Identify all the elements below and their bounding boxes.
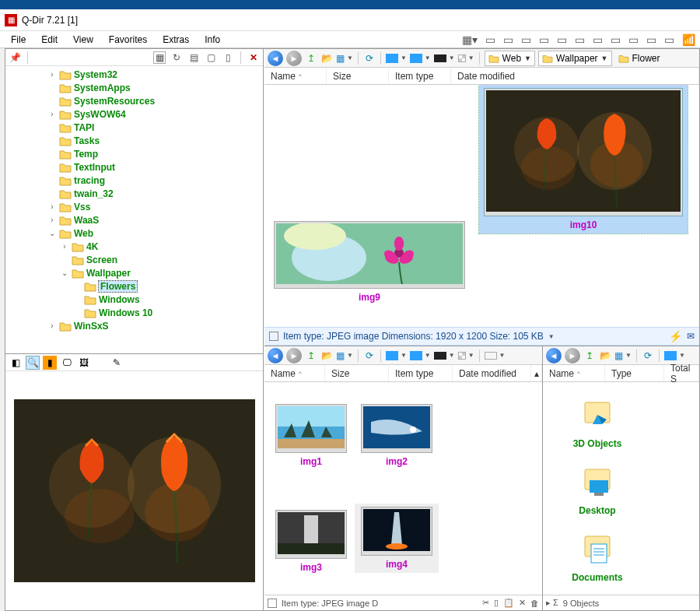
tree-item-temp[interactable]: Temp: [5, 147, 263, 160]
status-checkbox[interactable]: [269, 332, 278, 341]
tree-item-syswow64[interactable]: ›SysWOW64: [5, 107, 263, 121]
layout-icon[interactable]: ▭: [646, 33, 656, 46]
layout-icon[interactable]: ▭: [593, 33, 603, 46]
picture-icon[interactable]: 🖼: [77, 356, 91, 370]
eyedropper-icon[interactable]: ✎: [110, 356, 124, 370]
display-dropdown[interactable]: ▼: [664, 351, 685, 360]
pane-top-thumbs[interactable]: img9: [264, 85, 699, 327]
expand-icon[interactable]: ›: [47, 110, 57, 118]
forward-button[interactable]: ►: [286, 348, 302, 363]
doc-icon[interactable]: ▯: [494, 598, 499, 608]
col-type[interactable]: Type: [605, 365, 664, 381]
menu-extras[interactable]: Extras: [163, 34, 189, 45]
layout-icon[interactable]: ▭: [628, 33, 639, 46]
status-checkbox[interactable]: [268, 599, 277, 608]
folder-3d-objects[interactable]: 3D Objects: [551, 390, 644, 457]
view-mode-dropdown[interactable]: ▦▼: [336, 53, 353, 64]
menu-view[interactable]: View: [73, 34, 93, 45]
display-dropdown[interactable]: ▼: [386, 54, 407, 63]
window-icon[interactable]: ▢: [205, 51, 217, 64]
breadcrumb-flowers[interactable]: Flower: [615, 51, 663, 66]
tree-item-screen[interactable]: Screen: [5, 253, 263, 266]
up-icon[interactable]: ↥: [583, 349, 596, 362]
expand-icon[interactable]: ⌄: [60, 269, 69, 277]
col-name[interactable]: Name^: [264, 68, 327, 84]
layout-icon[interactable]: ▭: [521, 33, 531, 46]
refresh-icon[interactable]: ⟳: [363, 52, 376, 65]
col-datemod[interactable]: Date modified: [453, 365, 531, 381]
folder-tree[interactable]: ›System32SystemAppsSystemResources›SysWO…: [5, 66, 263, 353]
tree-item-tasks[interactable]: Tasks: [5, 134, 263, 147]
col-size[interactable]: Size: [325, 365, 389, 381]
tree-item-windows[interactable]: Windows: [5, 293, 263, 306]
tree-item-systemapps[interactable]: SystemApps: [5, 81, 263, 94]
thumb-mode-icon[interactable]: ▮: [43, 356, 57, 370]
back-button[interactable]: ◄: [268, 51, 283, 66]
layout-icon[interactable]: ▭: [503, 33, 513, 46]
tree-item-web[interactable]: ⌄Web: [5, 226, 263, 240]
col-name[interactable]: Name^: [543, 365, 605, 381]
thumb-img3[interactable]: [275, 510, 347, 559]
col-name[interactable]: Name^: [264, 365, 325, 381]
cut-icon[interactable]: ✂: [482, 598, 489, 608]
doc-icon[interactable]: ▯: [222, 51, 234, 64]
tree-item-windows-10[interactable]: Windows 10: [5, 306, 263, 319]
tree-item-tracing[interactable]: tracing: [5, 174, 263, 187]
expand-icon[interactable]: ›: [47, 70, 57, 79]
trash-icon[interactable]: 🗑: [530, 599, 539, 608]
refresh-icon[interactable]: ↻: [170, 51, 183, 64]
expand-icon[interactable]: ›: [47, 321, 57, 330]
refresh-icon[interactable]: ⟳: [363, 349, 376, 362]
pin-icon[interactable]: 📌: [9, 51, 21, 64]
col-datemod[interactable]: Date modified: [451, 68, 699, 84]
view-mode-dropdown[interactable]: ▦▼: [336, 350, 353, 361]
pane-br-icons[interactable]: 3D ObjectsDesktopDocumentsDownloaMusicPi…: [543, 382, 699, 595]
tree-item-twain_32[interactable]: twain_32: [5, 187, 263, 200]
net-icon[interactable]: 📶: [682, 33, 695, 46]
sigma-icon[interactable]: ▸ Σ: [546, 598, 558, 608]
close-icon[interactable]: ✕: [247, 51, 260, 64]
paste-icon[interactable]: 📋: [503, 598, 514, 608]
folder-open-icon[interactable]: 📂: [320, 349, 333, 362]
layout-icon[interactable]: ▭: [611, 33, 621, 46]
menu-info[interactable]: Info: [205, 34, 220, 45]
thumb-img10[interactable]: [484, 88, 683, 216]
forward-button[interactable]: ►: [286, 51, 302, 66]
col-itemtype[interactable]: Item type: [389, 68, 451, 84]
col-itemtype[interactable]: Item type: [389, 365, 453, 381]
tree-item-winsxs[interactable]: ›WinSxS: [5, 319, 263, 332]
bolt-icon[interactable]: ⚡: [669, 330, 682, 342]
pane-bl-thumbs[interactable]: img1 img2 img3: [264, 382, 542, 595]
back-button[interactable]: ◄: [268, 348, 283, 363]
mail-icon[interactable]: ✉: [687, 331, 695, 342]
layout-icon[interactable]: ▭: [539, 33, 549, 46]
tree-item-textinput[interactable]: TextInput: [5, 160, 263, 174]
forward-button[interactable]: ►: [565, 348, 580, 363]
tree-item-4k[interactable]: ›4K: [5, 240, 263, 253]
expand-icon[interactable]: ›: [60, 242, 69, 251]
up-icon[interactable]: ↥: [305, 349, 317, 362]
menu-favorites[interactable]: Favorites: [109, 34, 147, 45]
grid-icon[interactable]: ▦: [153, 51, 166, 64]
tree-item-wallpaper[interactable]: ⌄Wallpaper: [5, 266, 263, 279]
folder-open-icon[interactable]: 📂: [320, 52, 333, 65]
collapse-icon[interactable]: ▤: [187, 51, 200, 64]
tree-item-systemresources[interactable]: SystemResources: [5, 94, 263, 107]
transparency-dropdown[interactable]: ▼: [458, 352, 474, 360]
folder-documents[interactable]: Documents: [551, 524, 644, 591]
tree-item-tapi[interactable]: TAPI: [5, 121, 263, 134]
folder-open-icon[interactable]: 📂: [599, 349, 611, 362]
layout-icon[interactable]: ▭: [557, 33, 567, 46]
thumb-img4[interactable]: [361, 507, 432, 556]
layout-icon[interactable]: ▭: [485, 33, 495, 46]
display-icon[interactable]: 🖵: [60, 356, 74, 370]
layout-icon[interactable]: ▭: [575, 33, 585, 46]
monitor-dropdown[interactable]: ▼: [410, 351, 431, 360]
thumb-img9[interactable]: [274, 221, 465, 289]
refresh-icon[interactable]: ⟳: [642, 349, 654, 362]
layout-grid-icon[interactable]: ▦▾: [462, 33, 478, 46]
delete-icon[interactable]: ✕: [519, 598, 526, 608]
monitor-dropdown[interactable]: ▼: [410, 54, 431, 63]
back-button[interactable]: ◄: [546, 348, 562, 363]
layout-icon[interactable]: ▭: [664, 33, 674, 46]
